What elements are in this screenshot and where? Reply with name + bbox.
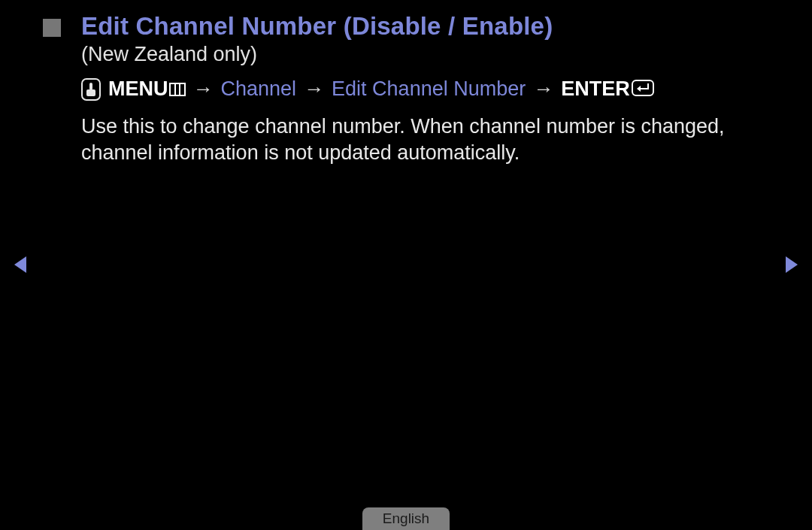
menu-grid-icon — [169, 83, 186, 96]
arrow-icon: → — [193, 77, 214, 101]
manual-page: Edit Channel Number (Disable / Enable) (… — [0, 0, 812, 530]
language-button[interactable]: English — [362, 507, 450, 530]
enter-key-icon — [632, 80, 654, 96]
menu-path-menu: MENU — [108, 77, 168, 100]
menu-path-edit: Edit Channel Number — [332, 77, 526, 101]
menu-path-channel: Channel — [221, 77, 297, 101]
arrow-icon: → — [533, 77, 553, 101]
menu-path-enter: ENTER — [561, 77, 630, 100]
page-title: Edit Channel Number (Disable / Enable) — [81, 12, 553, 41]
remote-button-icon — [81, 78, 101, 101]
menu-path: MENU → Channel → Edit Channel Number → E… — [81, 77, 654, 101]
section-bullet-icon — [43, 19, 61, 37]
next-page-button[interactable] — [786, 256, 798, 273]
prev-page-button[interactable] — [14, 256, 26, 273]
page-body-text: Use this to change channel number. When … — [81, 114, 765, 166]
arrow-icon: → — [304, 77, 324, 101]
page-subtitle: (New Zealand only) — [81, 43, 257, 66]
